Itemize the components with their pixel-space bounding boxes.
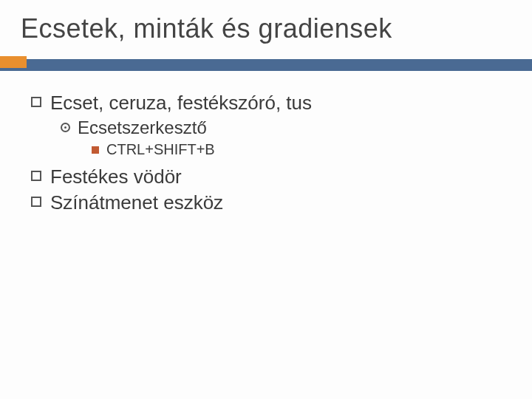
divider-blue-bar: [0, 59, 532, 71]
slide: Ecsetek, minták és gradiensek Ecset, cer…: [0, 0, 532, 399]
divider: [21, 56, 511, 75]
filled-square-bullet-icon: [92, 146, 99, 154]
list-item-text: Ecsetszerkesztő: [78, 117, 207, 138]
list-item-text: CTRL+SHIFT+B: [106, 141, 215, 158]
list-item: Ecsetszerkesztő: [61, 117, 511, 138]
list-item-text: Ecset, ceruza, festékszóró, tus: [50, 92, 312, 115]
square-bullet-icon: [31, 97, 41, 107]
list-item: CTRL+SHIFT+B: [92, 141, 511, 158]
divider-orange-accent: [0, 56, 27, 68]
list-item-text: Színátmenet eszköz: [50, 191, 223, 214]
list-item: Festékes vödör: [31, 166, 511, 188]
square-bullet-icon: [31, 171, 41, 181]
slide-title: Ecsetek, minták és gradiensek: [21, 13, 511, 44]
list-item: Ecset, ceruza, festékszóró, tus: [31, 92, 511, 115]
square-bullet-icon: [31, 197, 41, 207]
content-body: Ecset, ceruza, festékszóró, tus Ecsetsze…: [21, 92, 511, 214]
circle-bullet-icon: [61, 123, 70, 132]
list-item: Színátmenet eszköz: [31, 191, 511, 214]
list-item-text: Festékes vödör: [50, 166, 182, 188]
